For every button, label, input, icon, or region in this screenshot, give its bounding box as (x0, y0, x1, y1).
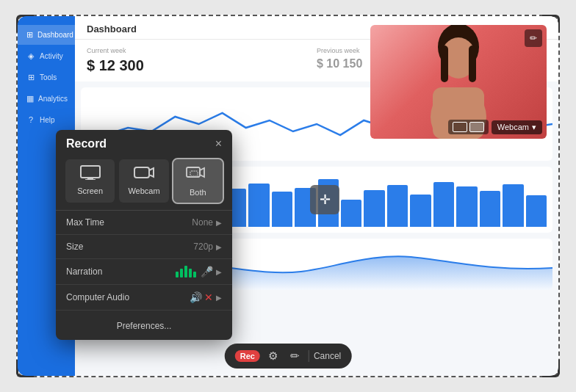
max-time-row[interactable]: Max Time None ▶ (56, 211, 232, 235)
svg-rect-8 (85, 179, 96, 180)
narration-bar-5 (193, 272, 196, 277)
record-panel: Record × Screen (56, 130, 232, 340)
svg-rect-13 (190, 171, 198, 176)
webcam-label-text: Webcam (497, 123, 529, 131)
edit-icon[interactable]: ✏ (287, 347, 304, 365)
max-time-arrow: ▶ (216, 219, 222, 227)
both-icon (186, 165, 209, 184)
sidebar-label-tools: Tools (40, 73, 57, 81)
computer-audio-icons: 🔊 ✕ (190, 291, 213, 303)
bar-20 (526, 195, 547, 227)
dashboard-icon: ⊞ (26, 30, 33, 40)
svg-rect-6 (81, 166, 100, 178)
max-time-label: Max Time (66, 217, 192, 228)
record-panel-title: Record (66, 137, 107, 150)
narration-level-bars (176, 266, 196, 277)
svg-rect-9 (134, 167, 149, 178)
mini-frame-2 (469, 122, 484, 132)
cancel-button[interactable]: Cancel (314, 351, 341, 361)
bar-9 (272, 192, 292, 227)
dashboard-title: Dashboard (87, 23, 137, 35)
stat-current-week: Current week $ 12 300 (87, 47, 317, 74)
bar-12 (341, 200, 361, 227)
bar-18 (480, 191, 500, 227)
webcam-toolbar: Webcam ▾ (375, 120, 542, 134)
settings-rows: Max Time None ▶ Size 720p ▶ Narration (56, 210, 232, 311)
outer-frame: ⊞ Dashboard ◈ Activity ⊞ Tools ▦ Analyti… (16, 15, 560, 377)
tools-icon: ⊞ (26, 73, 35, 82)
move-icon-overlay[interactable]: ✛ (310, 185, 339, 214)
mode-webcam-button[interactable]: Webcam (119, 159, 168, 203)
computer-audio-arrow: ▶ (216, 294, 222, 302)
size-label: Size (66, 242, 193, 252)
analytics-icon: ▦ (26, 94, 34, 104)
svg-rect-2 (441, 46, 448, 82)
webcam-preview: ✏ Webcam ▾ (370, 25, 547, 139)
size-arrow: ▶ (216, 243, 222, 251)
sidebar-label-activity: Activity (40, 52, 63, 60)
activity-icon: ◈ (26, 51, 35, 61)
sidebar-item-activity[interactable]: ◈ Activity (18, 46, 75, 66)
webcam-mini-frames (448, 120, 489, 134)
bottom-toolbar: Rec ⚙ ✏ Cancel (225, 344, 352, 369)
narration-label: Narration (66, 266, 176, 277)
speaker-icon: 🔊 (190, 291, 202, 303)
preferences-label: Preferences... (117, 321, 172, 331)
mode-screen-button[interactable]: Screen (65, 159, 115, 203)
mute-icon: ✕ (204, 291, 213, 303)
svg-marker-12 (200, 168, 204, 177)
bar-13 (364, 190, 384, 227)
webcam-mode-label: Webcam (128, 186, 159, 195)
rec-badge[interactable]: Rec (235, 350, 260, 362)
bar-17 (456, 186, 477, 227)
narration-arrow: ▶ (216, 268, 222, 276)
sidebar-item-dashboard[interactable]: ⊞ Dashboard (18, 25, 75, 45)
size-row[interactable]: Size 720p ▶ (56, 235, 232, 259)
narration-bar-1 (176, 272, 179, 277)
webcam-mode-icon (134, 165, 154, 182)
svg-marker-10 (149, 168, 154, 177)
settings-icon[interactable]: ⚙ (264, 347, 282, 365)
sidebar-item-help[interactable]: ? Help (18, 110, 75, 129)
sidebar-label-dashboard: Dashboard (37, 31, 73, 39)
computer-audio-row[interactable]: Computer Audio 🔊 ✕ ▶ (56, 285, 232, 311)
help-icon: ? (26, 115, 35, 124)
screen-label: Screen (77, 186, 103, 195)
current-week-label: Current week (87, 47, 317, 54)
sidebar-item-analytics[interactable]: ▦ Analytics (18, 89, 75, 109)
svg-rect-7 (87, 178, 93, 179)
webcam-dropdown-arrow: ▾ (532, 123, 536, 132)
mini-frame-1 (453, 122, 467, 132)
mode-buttons: Screen Webcam (56, 156, 232, 210)
webcam-label[interactable]: Webcam ▾ (492, 120, 542, 134)
sidebar-item-tools[interactable]: ⊞ Tools (18, 68, 75, 87)
current-week-value: $ 12 300 (87, 57, 317, 74)
record-panel-header: Record × (56, 130, 232, 156)
bar-14 (387, 185, 408, 227)
narration-mic-icon: 🎤 (201, 266, 213, 277)
bar-8 (248, 184, 269, 227)
computer-audio-label: Computer Audio (66, 292, 190, 302)
narration-row[interactable]: Narration 🎤 ▶ (56, 259, 232, 285)
bar-19 (503, 184, 523, 227)
bar-15 (410, 195, 431, 227)
sidebar-label-help: Help (40, 116, 55, 124)
toolbar-divider (309, 350, 309, 362)
preferences-row[interactable]: Preferences... (56, 311, 232, 340)
mode-both-button[interactable]: Both (173, 159, 223, 203)
max-time-value: None (192, 217, 213, 228)
bar-16 (433, 182, 454, 227)
size-value: 720p (193, 242, 213, 252)
narration-bar-4 (189, 269, 192, 277)
svg-rect-3 (469, 46, 476, 82)
both-label: Both (190, 188, 206, 197)
sidebar-label-analytics: Analytics (38, 95, 68, 103)
screen-icon (80, 165, 101, 182)
narration-bar-3 (184, 266, 187, 277)
record-close-button[interactable]: × (215, 138, 222, 150)
narration-bar-2 (180, 269, 183, 277)
webcam-edit-button[interactable]: ✏ (525, 29, 542, 47)
